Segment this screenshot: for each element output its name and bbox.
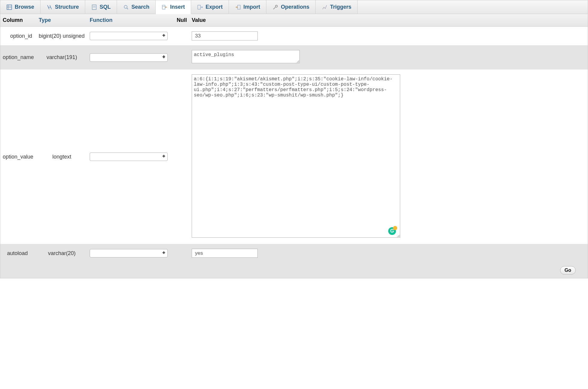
structure-icon [46, 4, 52, 10]
value-input-autoload[interactable] [192, 249, 258, 258]
column-type: varchar(191) [36, 52, 87, 62]
function-select-wrap [90, 153, 168, 161]
table-row: autoload varchar(20) [0, 244, 588, 263]
column-name: option_name [0, 52, 36, 62]
column-name: option_value [0, 152, 36, 162]
header-function[interactable]: Function [87, 14, 174, 26]
header-value: Value [189, 14, 588, 26]
tab-label: Import [243, 4, 260, 10]
tab-label: Export [206, 4, 223, 10]
tab-label: Triggers [330, 4, 351, 10]
tab-insert[interactable]: Insert [156, 0, 191, 14]
value-textarea-option-value[interactable]: a:6:{i:1;s:19:"akismet/akismet.php";i:2;… [192, 74, 400, 238]
svg-rect-12 [238, 5, 240, 9]
table-row: option_value longtext a:6:{i:1;s:19:"aki… [0, 70, 588, 244]
svg-rect-9 [162, 5, 165, 9]
null-cell [174, 251, 189, 255]
svg-rect-11 [198, 5, 200, 9]
operations-icon [272, 4, 278, 10]
tab-structure[interactable]: Structure [40, 0, 85, 14]
column-type: bigint(20) unsigned [36, 31, 87, 41]
function-select[interactable] [90, 32, 168, 40]
tab-label: Search [131, 4, 149, 10]
column-type: varchar(20) [36, 248, 87, 258]
tab-triggers[interactable]: Triggers [316, 0, 358, 14]
tab-sql[interactable]: SQL [85, 0, 117, 14]
browse-icon [6, 4, 12, 10]
go-button[interactable]: Go [560, 266, 576, 275]
header-type[interactable]: Type [36, 14, 87, 26]
value-textarea-option-name[interactable]: active_plugins [192, 50, 300, 63]
sql-icon [91, 4, 97, 10]
null-cell [174, 56, 189, 59]
svg-line-8 [127, 8, 128, 9]
value-wrap: a:6:{i:1;s:19:"akismet/akismet.php";i:2;… [192, 74, 400, 239]
column-name: option_id [0, 31, 36, 41]
function-select[interactable] [90, 249, 168, 257]
function-select[interactable] [90, 153, 168, 161]
tab-bar: Browse Structure SQL Search Insert [0, 0, 588, 14]
form-footer: Go [0, 263, 588, 278]
table-header: Column Type Function Null Value [0, 14, 588, 27]
tab-label: SQL [100, 4, 111, 10]
search-icon [123, 4, 129, 10]
null-cell [174, 155, 189, 159]
export-icon [197, 4, 203, 10]
insert-icon [162, 4, 168, 10]
column-name: autoload [0, 248, 36, 258]
tab-search[interactable]: Search [117, 0, 156, 14]
svg-rect-0 [7, 5, 12, 10]
insert-form-container: Browse Structure SQL Search Insert [0, 0, 588, 278]
function-select-wrap [90, 32, 168, 40]
header-null: Null [174, 14, 189, 26]
tab-label: Insert [170, 4, 185, 10]
tab-import[interactable]: Import [229, 0, 266, 14]
function-select-wrap [90, 249, 168, 257]
tab-label: Browse [15, 4, 34, 10]
table-row: option_name varchar(191) active_plugins [0, 45, 588, 70]
tab-label: Structure [55, 4, 79, 10]
value-input-option-id[interactable] [192, 31, 258, 40]
grammarly-icon[interactable]: G [388, 227, 396, 235]
column-type: longtext [36, 152, 87, 162]
tab-label: Operations [281, 4, 309, 10]
triggers-icon [322, 4, 328, 10]
table-row: option_id bigint(20) unsigned [0, 27, 588, 45]
function-select-wrap [90, 53, 168, 62]
import-icon [235, 4, 241, 10]
null-cell [174, 34, 189, 38]
function-select[interactable] [90, 53, 168, 62]
tab-operations[interactable]: Operations [266, 0, 316, 14]
header-column: Column [0, 14, 36, 26]
tab-browse[interactable]: Browse [0, 0, 40, 14]
tab-export[interactable]: Export [191, 0, 229, 14]
